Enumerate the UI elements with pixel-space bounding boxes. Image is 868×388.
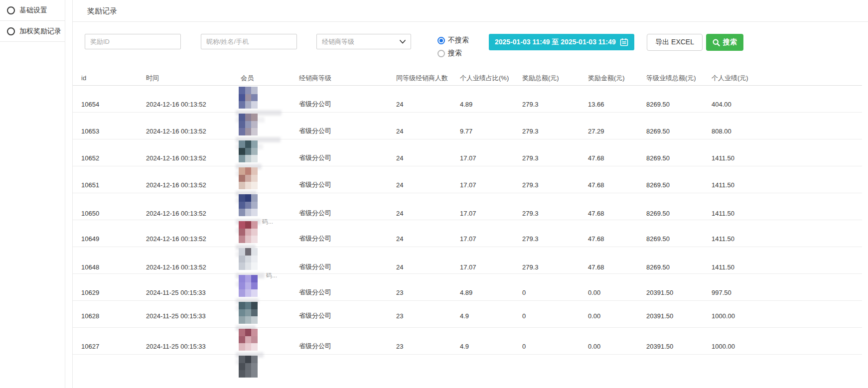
- page-title: 奖励记录: [87, 6, 868, 16]
- column-header: 奖励总额(元): [522, 74, 588, 83]
- cell-amount: 0.00: [588, 312, 646, 320]
- column-header: 个人业绩占比(%): [460, 74, 522, 83]
- column-header: 会员: [241, 74, 299, 83]
- table-row: 106482024-12-16 00:13:52码...省级分公司2417.07…: [73, 247, 862, 274]
- column-header: 等级业绩总额(元): [646, 74, 712, 83]
- cell-level_total: 8269.50: [646, 154, 712, 162]
- cell-time: 2024-12-16 00:13:52: [146, 263, 241, 271]
- cell-amount: 0.00: [588, 343, 646, 350]
- cell-ratio: 9.77: [460, 128, 522, 135]
- cell-level: 省级分公司: [299, 180, 396, 189]
- cell-level_total: 8269.50: [646, 101, 712, 108]
- column-header: 个人业绩(元): [712, 74, 862, 83]
- cell-ratio: 17.07: [460, 235, 522, 243]
- cell-ratio: 17.07: [460, 181, 522, 189]
- circle-icon: [7, 6, 15, 14]
- main-content: 奖励记录 经销商等级 不搜索 搜索 2025-01-03 11:49 至 202…: [72, 0, 868, 388]
- cell-personal: 1000.00: [712, 343, 862, 350]
- dealer-level-select-value: 经销商等级: [322, 37, 354, 46]
- cell-id: 10654: [81, 101, 146, 108]
- filter-bar: 经销商等级 不搜索 搜索 2025-01-03 11:49 至 2025-01-…: [73, 34, 868, 58]
- cell-total: 0: [522, 343, 588, 350]
- date-range-button[interactable]: 2025-01-03 11:49 至 2025-01-03 11:49: [489, 34, 634, 50]
- cell-personal: 404.00: [712, 101, 862, 108]
- radio-selected-icon: [437, 37, 445, 44]
- reward-id-input[interactable]: [85, 34, 181, 49]
- cell-time: 2024-12-16 00:13:52: [146, 235, 241, 243]
- cell-time: 2024-12-16 00:13:52: [146, 210, 241, 217]
- cell-personal: 997.50: [712, 289, 862, 296]
- member-avatar: [239, 302, 258, 324]
- cell-level_total: 20391.50: [646, 289, 712, 296]
- cell-total: 279.3: [522, 101, 588, 108]
- column-header: 奖励金额(元): [588, 74, 646, 83]
- table-row: [73, 355, 862, 381]
- cell-personal: 1411.50: [712, 181, 862, 189]
- member-cell: [241, 355, 299, 378]
- cell-count: 24: [396, 154, 460, 162]
- member-avatar: [239, 87, 258, 109]
- cell-amount: 47.68: [588, 263, 646, 271]
- member-avatar: [239, 248, 258, 270]
- cell-ratio: 17.07: [460, 263, 522, 271]
- cell-level_total: 20391.50: [646, 343, 712, 350]
- cell-total: 279.3: [522, 154, 588, 162]
- cell-count: 24: [396, 210, 460, 217]
- cell-time: 2024-12-16 00:13:52: [146, 101, 241, 108]
- cell-amount: 27.29: [588, 128, 646, 135]
- cell-time: 2024-12-16 00:13:52: [146, 128, 241, 135]
- member-avatar: [239, 140, 258, 162]
- sidebar-item-label: 加权奖励记录: [19, 27, 61, 36]
- table-row: 106282024-11-25 00:15:33省级分公司234.900.002…: [73, 301, 862, 328]
- cell-personal: 808.00: [712, 128, 862, 135]
- table-row: 106512024-12-16 00:13:52省级分公司2417.07279.…: [73, 166, 862, 193]
- radio-no-search[interactable]: 不搜索: [437, 36, 469, 45]
- cell-count: 24: [396, 101, 460, 108]
- member-avatar: [239, 275, 258, 297]
- cell-total: 279.3: [522, 128, 588, 135]
- circle-icon: [7, 27, 15, 35]
- table-body: 106542024-12-16 00:13:52省级分公司244.89279.3…: [73, 86, 862, 381]
- cell-ratio: 4.89: [460, 101, 522, 108]
- cell-amount: 13.66: [588, 101, 646, 108]
- cell-time: 2024-11-25 00:15:33: [146, 312, 241, 320]
- member-avatar: [239, 221, 258, 243]
- nickname-input[interactable]: [201, 34, 297, 49]
- cell-ratio: 4.9: [460, 343, 522, 350]
- search-button-label: 搜索: [723, 38, 737, 47]
- dealer-level-select[interactable]: 经销商等级: [316, 34, 411, 49]
- cell-personal: 1000.00: [712, 312, 862, 320]
- cell-id: 10627: [81, 343, 146, 350]
- column-header: 同等级经销商人数: [396, 74, 460, 83]
- cell-time: 2024-12-16 00:13:52: [146, 154, 241, 162]
- cell-level: 省级分公司: [299, 311, 396, 320]
- cell-time: 2024-11-25 00:15:33: [146, 289, 241, 296]
- cell-level_total: 20391.50: [646, 312, 712, 320]
- cell-level_total: 8269.50: [646, 181, 712, 189]
- cell-ratio: 4.89: [460, 289, 522, 296]
- cell-id: 10653: [81, 128, 146, 135]
- column-header: 时间: [146, 74, 241, 83]
- table-row: 106532024-12-16 00:13:52省级分公司249.77279.3…: [73, 113, 862, 139]
- radio-unselected-icon: [437, 50, 445, 57]
- cell-count: 24: [396, 235, 460, 243]
- cell-level_total: 8269.50: [646, 263, 712, 271]
- cell-level: 省级分公司: [299, 100, 396, 109]
- sidebar-item-basic-settings[interactable]: 基础设置: [0, 0, 65, 21]
- cell-total: 0: [522, 312, 588, 320]
- cell-level: 省级分公司: [299, 342, 396, 351]
- cell-personal: 1411.50: [712, 235, 862, 243]
- chevron-down-icon: [400, 40, 406, 44]
- cell-level: 省级分公司: [299, 209, 396, 218]
- radio-search[interactable]: 搜索: [437, 49, 469, 58]
- sidebar: 基础设置 加权奖励记录: [0, 0, 65, 388]
- cell-id: 10629: [81, 289, 146, 296]
- cell-total: 279.3: [522, 263, 588, 271]
- cell-id: 10652: [81, 154, 146, 162]
- search-button[interactable]: 搜索: [706, 34, 743, 51]
- search-icon: [713, 39, 720, 46]
- export-excel-button[interactable]: 导出 EXCEL: [647, 34, 703, 51]
- member-avatar: [239, 114, 258, 135]
- sidebar-item-weighted-reward-records[interactable]: 加权奖励记录: [0, 21, 65, 42]
- cell-amount: 47.68: [588, 235, 646, 243]
